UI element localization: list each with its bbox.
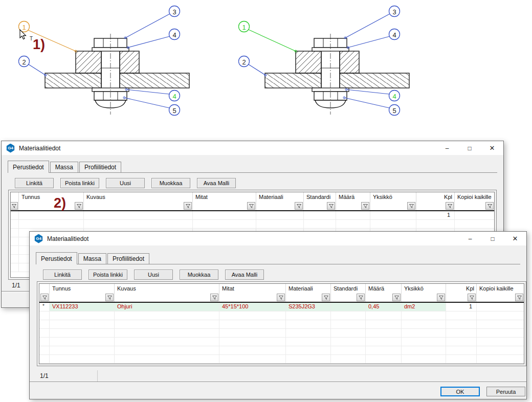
col-kpl[interactable]: Kpl (446, 284, 477, 302)
col-tunnus[interactable]: Tunnus (50, 284, 115, 302)
open-model-button[interactable]: Avaa Malli (225, 270, 264, 280)
filter-icon[interactable] (515, 294, 523, 301)
mitat-cell[interactable]: 45*15*100 (219, 303, 286, 311)
filter-icon[interactable] (485, 202, 494, 210)
filter-icon[interactable] (446, 202, 454, 210)
svg-text:3: 3 (172, 8, 176, 16)
filter-icon[interactable] (10, 202, 18, 210)
balloon-left-4[interactable]: 4 (127, 29, 180, 49)
tab-perustiedot[interactable]: Perustiedot (36, 252, 77, 264)
kuvaus-cell[interactable]: Ohjuri (115, 303, 219, 311)
filter-icon[interactable] (357, 294, 365, 301)
tunnus-cell[interactable]: VX112233 (50, 303, 115, 311)
tab-massa[interactable]: Massa (50, 162, 78, 172)
tab-massa[interactable]: Massa (78, 253, 106, 264)
filter-icon[interactable] (247, 202, 255, 210)
balloon-right-4[interactable]: 4 (347, 29, 400, 49)
minimize-button[interactable]: – (459, 232, 481, 245)
tab-profiilitiedot[interactable]: Profiilitiedot (107, 253, 149, 264)
col-kuvaus[interactable]: Kuvaus (115, 284, 219, 302)
table-row[interactable]: 1 (11, 211, 494, 220)
filter-icon[interactable] (75, 202, 83, 210)
col-materiaali[interactable]: Materiaali (256, 192, 304, 210)
filter-icon[interactable] (322, 294, 330, 301)
table-row[interactable] (39, 320, 524, 329)
kpl-cell[interactable]: 1 (416, 211, 455, 219)
filter-icon[interactable] (437, 294, 445, 301)
kopioi-kaikille-cell[interactable] (477, 303, 524, 311)
balloon-right-1[interactable]: 1 (239, 21, 297, 53)
table-row[interactable] (39, 329, 524, 338)
col-kuvaus[interactable]: Kuvaus (84, 192, 193, 210)
minimize-button[interactable]: – (436, 141, 458, 155)
new-button[interactable]: Uusi (134, 270, 173, 280)
step-1-annotation: 1) (33, 37, 45, 53)
filter-icon[interactable] (327, 202, 335, 210)
edit-button[interactable]: Muokkaa (151, 178, 190, 188)
filter-icon[interactable] (361, 202, 369, 210)
titlebar[interactable]: G4 Materiaalitiedot – □ ✕ (2, 141, 503, 155)
col-maara[interactable]: Määrä (336, 192, 370, 210)
col-standardi[interactable]: Standardi (331, 284, 366, 302)
col-mitat[interactable]: Mitat (219, 284, 286, 302)
filter-icon[interactable] (184, 202, 192, 210)
remove-link-button[interactable]: Poista linkki (60, 178, 99, 188)
remove-link-button[interactable]: Poista linkki (88, 270, 127, 280)
kpl-cell[interactable]: 1 (446, 303, 477, 311)
balloon-right-4b[interactable]: 4 (345, 88, 400, 101)
table-row[interactable] (39, 311, 524, 320)
col-yksikko[interactable]: Yksikkö (402, 284, 446, 302)
col-yksikko[interactable]: Yksikkö (370, 192, 416, 210)
tab-profiilitiedot[interactable]: Profiilitiedot (79, 162, 121, 172)
table-row-vx112233[interactable]: * VX112233 Ohjuri 45*15*100 S235J2G3 0,4… (39, 303, 524, 311)
col-mitat[interactable]: Mitat (193, 192, 256, 210)
filter-icon[interactable] (295, 202, 303, 210)
filter-icon[interactable] (277, 294, 285, 301)
svg-text:4: 4 (392, 31, 396, 39)
cad-drawing-right: 1 2 3 4 4 5 (239, 6, 410, 116)
standardi-cell[interactable] (331, 303, 366, 311)
svg-text:5: 5 (172, 107, 176, 115)
titlebar[interactable]: G4 Materiaalitiedot – □ ✕ (30, 232, 526, 245)
col-kopioi-kaikille[interactable]: Kopioi kaikille (477, 284, 524, 302)
balloon-left-2[interactable]: 2 (19, 56, 47, 77)
maara-cell[interactable]: 0,45 (366, 303, 402, 311)
col-tunnus[interactable]: Tunnus (19, 192, 84, 210)
new-button[interactable]: Uusi (106, 178, 145, 188)
filter-icon[interactable] (468, 294, 476, 301)
maximize-button[interactable]: □ (481, 232, 504, 245)
col-kpl[interactable]: Kpl (416, 192, 455, 210)
table-row[interactable] (39, 355, 524, 364)
col-standardi[interactable]: Standardi (304, 192, 336, 210)
table-row[interactable] (39, 338, 524, 346)
table-row[interactable] (39, 346, 524, 355)
filter-icon[interactable] (407, 202, 415, 210)
yksikko-cell[interactable]: dm2 (402, 303, 446, 311)
materiaali-cell[interactable]: S235J2G3 (286, 303, 331, 311)
screenshot-root: { "annotations": { "step_1_label": "1)",… (0, 0, 532, 402)
cursor-modifier-label: T (30, 36, 33, 41)
edit-button[interactable]: Muokkaa (180, 270, 218, 280)
maximize-button[interactable]: □ (458, 141, 481, 155)
balloon-left-4b[interactable]: 4 (125, 88, 180, 101)
filter-icon[interactable] (392, 294, 401, 301)
ok-button[interactable]: OK (440, 387, 480, 396)
filter-icon[interactable] (40, 294, 49, 301)
table-row[interactable] (11, 220, 494, 229)
col-maara[interactable]: Määrä (366, 284, 402, 302)
page-indicator: 1/1 (30, 370, 98, 382)
close-button[interactable]: ✕ (481, 141, 503, 155)
svg-text:4: 4 (172, 93, 176, 100)
balloon-right-2[interactable]: 2 (239, 56, 267, 77)
open-model-button[interactable]: Avaa Malli (197, 178, 236, 188)
col-materiaali[interactable]: Materiaali (286, 284, 331, 302)
link-button[interactable]: Linkitä (43, 270, 82, 280)
cancel-button[interactable]: Peruuta (486, 387, 525, 396)
filter-icon[interactable] (105, 294, 114, 301)
link-button[interactable]: Linkitä (15, 178, 54, 188)
filter-icon[interactable] (210, 294, 218, 301)
col-kopioi-kaikille[interactable]: Kopioi kaikille (455, 192, 494, 210)
close-button[interactable]: ✕ (504, 232, 526, 245)
material-details-dialog-front: G4 Materiaalitiedot – □ ✕ Perustiedot Ma… (29, 231, 527, 399)
tab-perustiedot[interactable]: Perustiedot (8, 161, 49, 173)
